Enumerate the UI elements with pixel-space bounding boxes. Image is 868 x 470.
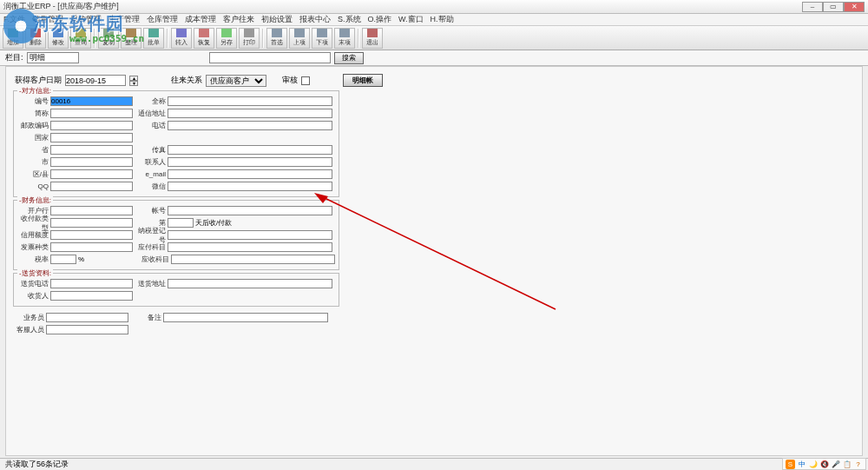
maximize-button[interactable]: ▭ bbox=[823, 2, 844, 12]
tb-qry[interactable]: 查询 bbox=[70, 28, 91, 49]
audit-checkbox[interactable] bbox=[301, 76, 310, 85]
tb-batch[interactable]: 批单 bbox=[143, 28, 164, 49]
service-input[interactable] bbox=[46, 325, 128, 334]
tray-mic-icon[interactable]: 🎤 bbox=[831, 460, 840, 469]
tb-mod[interactable]: 修改 bbox=[48, 28, 69, 49]
menu-warehouse[interactable]: 仓库管理 bbox=[147, 14, 178, 25]
panel-delivery-legend: -送货资料: bbox=[17, 268, 53, 278]
status-text: 共读取了56条记录 bbox=[5, 459, 69, 470]
email-input[interactable] bbox=[168, 169, 332, 179]
tray-help-icon[interactable]: ? bbox=[853, 460, 863, 469]
delivaddr-input[interactable] bbox=[168, 279, 332, 288]
zip-input[interactable] bbox=[50, 121, 133, 130]
window-title: 润衡工业ERP - [供应商/客户维护] bbox=[3, 1, 802, 12]
titlebar: 润衡工业ERP - [供应商/客户维护] – ▭ ✕ bbox=[0, 0, 868, 14]
taxrate-input[interactable] bbox=[50, 255, 76, 264]
minimize-button[interactable]: – bbox=[802, 2, 823, 12]
menu-init[interactable]: 初始设置 bbox=[261, 14, 293, 25]
city-input[interactable] bbox=[50, 157, 133, 167]
tb-prev[interactable]: 上项 bbox=[289, 28, 310, 49]
panel-party-info: -对方信息: 编号全称 简称通信地址 邮政编码电话 国家 省传真 市联系人 区/… bbox=[13, 90, 339, 197]
panel-finance-legend: -财务信息: bbox=[17, 195, 53, 205]
relation-select[interactable]: 供应商客户 bbox=[206, 75, 266, 87]
receivable-input[interactable] bbox=[171, 255, 335, 264]
sales-input[interactable] bbox=[46, 313, 128, 322]
audit-label: 审核 bbox=[282, 75, 298, 86]
menu-sales[interactable]: 销售管理 bbox=[32, 14, 63, 25]
tb-rest[interactable]: 恢复 bbox=[194, 28, 214, 49]
phone-input[interactable] bbox=[168, 121, 332, 130]
fullname-input[interactable] bbox=[168, 96, 332, 106]
delivphone-input[interactable] bbox=[50, 279, 133, 288]
free-fields: 业务员备注 客服人员 bbox=[13, 312, 339, 335]
menu-operate[interactable]: O.操作 bbox=[368, 14, 392, 25]
tray-mute-icon[interactable]: 🔇 bbox=[819, 460, 829, 469]
search-input[interactable] bbox=[209, 52, 331, 63]
date-label: 获得客户日期 bbox=[15, 75, 62, 86]
bank-input[interactable] bbox=[50, 206, 133, 215]
account-input[interactable] bbox=[168, 206, 332, 215]
menu-production[interactable]: 生产管理 bbox=[108, 14, 140, 25]
tb-org[interactable]: 整理 bbox=[121, 28, 141, 49]
days-input[interactable] bbox=[168, 218, 194, 228]
toolbar: 增加 删除 修改 查询 复制 整理 批单 转入 恢复 另存 打印 首选 上项 下… bbox=[0, 26, 868, 50]
search-button[interactable]: 搜索 bbox=[334, 52, 364, 64]
date-input[interactable] bbox=[65, 75, 126, 86]
credit-input[interactable] bbox=[50, 230, 133, 240]
menu-help[interactable]: H.帮助 bbox=[431, 14, 454, 25]
tb-save[interactable]: 另存 bbox=[216, 28, 237, 49]
panel-finance: -财务信息: 开户行帐号 收付款类型第天后收/付款 信用额度纳税登记号 发票种类… bbox=[13, 200, 339, 270]
tb-in[interactable]: 转入 bbox=[171, 28, 192, 49]
second-bar: 栏目: 搜索 bbox=[0, 50, 868, 66]
relation-label: 往来关系 bbox=[171, 75, 202, 86]
panel-delivery: -送货资料: 送货电话送货地址 收货人 bbox=[13, 273, 339, 307]
code-input[interactable] bbox=[50, 96, 133, 106]
tb-print[interactable]: 打印 bbox=[239, 28, 260, 49]
system-tray: S 中 🌙 🔇 🎤 📋 ? bbox=[782, 458, 866, 470]
consignee-input[interactable] bbox=[50, 291, 133, 301]
invoice-input[interactable] bbox=[50, 242, 133, 252]
tb-copy[interactable]: 复制 bbox=[98, 28, 119, 49]
menu-file[interactable]: F.文件 bbox=[3, 14, 25, 25]
province-input[interactable] bbox=[50, 145, 133, 155]
payable-input[interactable] bbox=[168, 242, 332, 252]
qq-input[interactable] bbox=[50, 182, 133, 191]
tray-icon-ime[interactable]: 中 bbox=[797, 460, 806, 469]
detail-button[interactable]: 明细帐 bbox=[343, 74, 383, 87]
addr-input[interactable] bbox=[168, 109, 332, 118]
country-input[interactable] bbox=[50, 133, 133, 142]
menu-reports[interactable]: 报表中心 bbox=[299, 14, 331, 25]
form-header-row: 获得客户日期 ▴▾ 往来关系 供应商客户 审核 明细帐 bbox=[15, 74, 853, 87]
menu-window[interactable]: W.窗口 bbox=[398, 14, 424, 25]
workarea: 获得客户日期 ▴▾ 往来关系 供应商客户 审核 明细帐 -对方信息: 编号全称 … bbox=[5, 66, 863, 456]
column-label: 栏目: bbox=[5, 52, 23, 63]
menu-customer[interactable]: 客户往来 bbox=[223, 14, 254, 25]
tb-del[interactable]: 删除 bbox=[25, 28, 46, 49]
date-down-icon[interactable]: ▾ bbox=[129, 81, 138, 86]
district-input[interactable] bbox=[50, 169, 133, 179]
menubar: F.文件 销售管理 采购管理 生产管理 仓库管理 成本管理 客户往来 初始设置 … bbox=[0, 14, 868, 26]
panel-party-legend: -对方信息: bbox=[17, 86, 53, 96]
tray-icon-s[interactable]: S bbox=[786, 460, 795, 469]
tray-clip-icon[interactable]: 📋 bbox=[842, 460, 852, 469]
tb-exit[interactable]: 退出 bbox=[362, 28, 383, 49]
wechat-input[interactable] bbox=[168, 182, 332, 191]
tb-next[interactable]: 下项 bbox=[312, 28, 332, 49]
taxreg-input[interactable] bbox=[168, 230, 332, 240]
tb-first[interactable]: 首选 bbox=[266, 28, 287, 49]
fax-input[interactable] bbox=[168, 145, 332, 155]
menu-cost[interactable]: 成本管理 bbox=[185, 14, 216, 25]
statusbar: 共读取了56条记录 bbox=[0, 458, 868, 470]
menu-system[interactable]: S.系统 bbox=[338, 14, 361, 25]
tray-moon-icon[interactable]: 🌙 bbox=[808, 460, 818, 469]
short-input[interactable] bbox=[50, 109, 133, 118]
column-combo[interactable] bbox=[27, 52, 79, 63]
contact-input[interactable] bbox=[168, 157, 332, 167]
tb-add[interactable]: 增加 bbox=[3, 28, 23, 49]
remark-input[interactable] bbox=[163, 313, 328, 322]
close-button[interactable]: ✕ bbox=[844, 2, 865, 12]
tb-last[interactable]: 末项 bbox=[334, 28, 355, 49]
menu-purchase[interactable]: 采购管理 bbox=[70, 14, 102, 25]
paytype-input[interactable] bbox=[50, 218, 133, 228]
